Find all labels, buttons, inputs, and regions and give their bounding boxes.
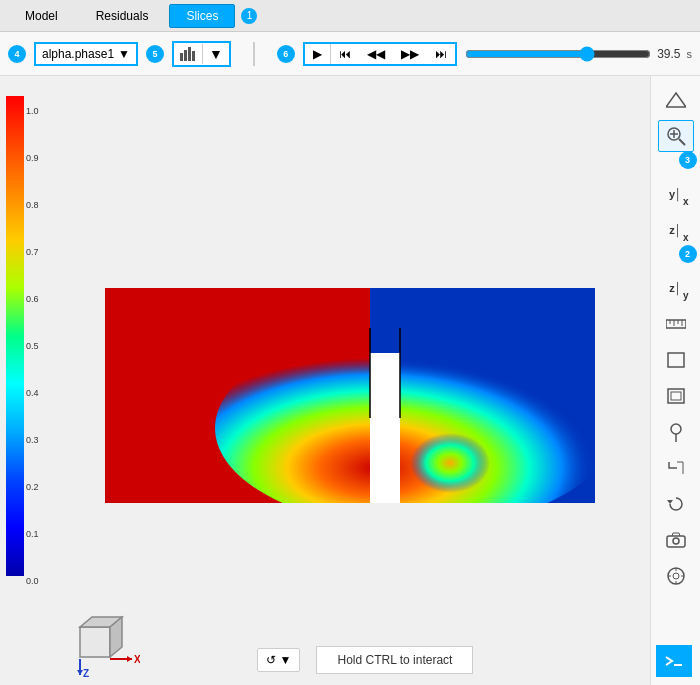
rotate-view-icon bbox=[666, 494, 686, 514]
chart-dropdown-arrow[interactable]: ▼ bbox=[203, 43, 229, 65]
time-value: 39.5 bbox=[657, 47, 680, 61]
svg-marker-35 bbox=[667, 500, 673, 504]
sim-canvas bbox=[105, 288, 595, 503]
annotation-badge-6: 6 bbox=[277, 45, 295, 63]
svg-text:X: X bbox=[134, 654, 140, 665]
tab-residuals[interactable]: Residuals bbox=[79, 4, 166, 28]
zoom-icon bbox=[666, 126, 686, 146]
time-slider[interactable] bbox=[465, 46, 651, 62]
dataset-label: alpha.phase1 bbox=[42, 47, 114, 61]
annotation-badge-5: 5 bbox=[146, 45, 164, 63]
zx-view-button[interactable]: z│ x bbox=[658, 214, 694, 246]
svg-rect-2 bbox=[188, 47, 191, 61]
rotate-view-button[interactable] bbox=[658, 488, 694, 520]
tab-model[interactable]: Model bbox=[8, 4, 75, 28]
annotation-badge-4: 4 bbox=[8, 45, 26, 63]
zy-view-button[interactable]: z│ y bbox=[658, 272, 694, 304]
colorbar bbox=[6, 96, 24, 576]
triangle-icon bbox=[666, 91, 686, 109]
prev-end-button[interactable]: ⏮ bbox=[331, 44, 359, 64]
next-end-button[interactable]: ⏭ bbox=[427, 44, 455, 64]
toolbar-separator bbox=[253, 42, 255, 66]
zx-view-label: z│ bbox=[669, 224, 681, 236]
dataset-dropdown-arrow[interactable]: ▼ bbox=[118, 47, 130, 61]
colorbar-container: 1.0 0.9 0.8 0.7 0.6 0.5 0.4 0.3 0.2 0.1 … bbox=[0, 76, 30, 685]
svg-point-37 bbox=[673, 538, 679, 544]
compass-icon bbox=[666, 566, 686, 586]
svg-line-22 bbox=[679, 139, 685, 145]
play-button[interactable]: ▶ bbox=[305, 44, 330, 64]
yx-view-label: y│ bbox=[669, 188, 682, 200]
bottom-bar: X Z ↺ ▼ Hold CTRL to interact bbox=[60, 635, 590, 685]
annotation-badge-3: 3 bbox=[679, 151, 697, 169]
svg-point-7 bbox=[410, 433, 490, 493]
svg-rect-11 bbox=[80, 627, 110, 657]
bar-chart-icon bbox=[180, 47, 196, 61]
svg-point-39 bbox=[673, 573, 679, 579]
svg-text:Z: Z bbox=[83, 668, 89, 677]
terminal-button[interactable] bbox=[656, 645, 692, 677]
rotate-dropdown-arrow[interactable]: ▼ bbox=[280, 653, 292, 667]
time-slider-container: 39.5 s bbox=[465, 46, 692, 62]
main-area: 1.0 0.9 0.8 0.7 0.6 0.5 0.4 0.3 0.2 0.1 … bbox=[0, 76, 700, 685]
bracket-icon bbox=[667, 460, 685, 476]
prev-button[interactable]: ◀◀ bbox=[359, 44, 393, 64]
frame2-icon bbox=[666, 387, 686, 405]
tab-slices[interactable]: Slices bbox=[169, 4, 235, 28]
frame2-button[interactable] bbox=[658, 380, 694, 412]
slices-badge: 1 bbox=[241, 8, 257, 24]
svg-rect-25 bbox=[666, 320, 686, 328]
zy-sub-label: y bbox=[683, 290, 689, 301]
terminal-icon bbox=[664, 653, 684, 669]
top-tabs-bar: Model Residuals Slices 1 bbox=[0, 0, 700, 32]
camera-icon bbox=[666, 532, 686, 548]
yx-view-button[interactable]: y│ x bbox=[658, 178, 694, 210]
rotate-reset-button[interactable]: ↺ ▼ bbox=[257, 648, 301, 672]
zy-view-label: z│ bbox=[669, 282, 681, 294]
pin-icon bbox=[668, 422, 684, 442]
chart-type-group: ▼ bbox=[172, 41, 231, 67]
svg-rect-31 bbox=[668, 389, 684, 403]
svg-marker-15 bbox=[127, 656, 132, 662]
pin-button[interactable] bbox=[658, 416, 694, 448]
dataset-selector[interactable]: alpha.phase1 ▼ bbox=[34, 42, 138, 66]
svg-marker-20 bbox=[666, 93, 686, 107]
frame-icon bbox=[666, 351, 686, 369]
rotate-icon: ↺ bbox=[266, 653, 276, 667]
svg-rect-1 bbox=[184, 50, 187, 61]
camera-button[interactable] bbox=[658, 524, 694, 556]
compass-button[interactable] bbox=[658, 560, 694, 592]
right-toolbar: 3 y│ x z│ x 2 z│ y bbox=[650, 76, 700, 685]
zoom-pan-button[interactable] bbox=[658, 120, 694, 152]
ruler-button[interactable] bbox=[658, 308, 694, 340]
viz-area[interactable]: X Z ↺ ▼ Hold CTRL to interact bbox=[30, 76, 650, 685]
playback-group: ▶ ⏮ ◀◀ ▶▶ ⏭ bbox=[303, 42, 457, 66]
chart-type-button[interactable] bbox=[174, 44, 202, 64]
svg-rect-32 bbox=[671, 392, 681, 400]
svg-rect-8 bbox=[370, 353, 400, 503]
svg-rect-30 bbox=[668, 353, 684, 367]
frame-button[interactable] bbox=[658, 344, 694, 376]
axes-widget: X Z bbox=[70, 607, 140, 680]
yx-sub-label: x bbox=[683, 196, 689, 207]
bracket-button[interactable] bbox=[658, 452, 694, 484]
annotation-badge-2: 2 bbox=[679, 245, 697, 263]
hold-ctrl-button[interactable]: Hold CTRL to interact bbox=[316, 646, 473, 674]
next-button[interactable]: ▶▶ bbox=[393, 44, 427, 64]
time-unit: s bbox=[687, 48, 693, 60]
zx-sub-label: x bbox=[683, 232, 689, 243]
view-normal-button[interactable] bbox=[658, 84, 694, 116]
axes-svg: X Z bbox=[70, 607, 140, 677]
svg-rect-0 bbox=[180, 53, 183, 61]
svg-rect-3 bbox=[192, 51, 195, 61]
ruler-icon bbox=[666, 316, 686, 332]
toolbar-row: 4 alpha.phase1 ▼ 5 ▼ 6 ▶ ⏮ ◀◀ ▶▶ ⏭ bbox=[0, 32, 700, 76]
svg-point-33 bbox=[671, 424, 681, 434]
